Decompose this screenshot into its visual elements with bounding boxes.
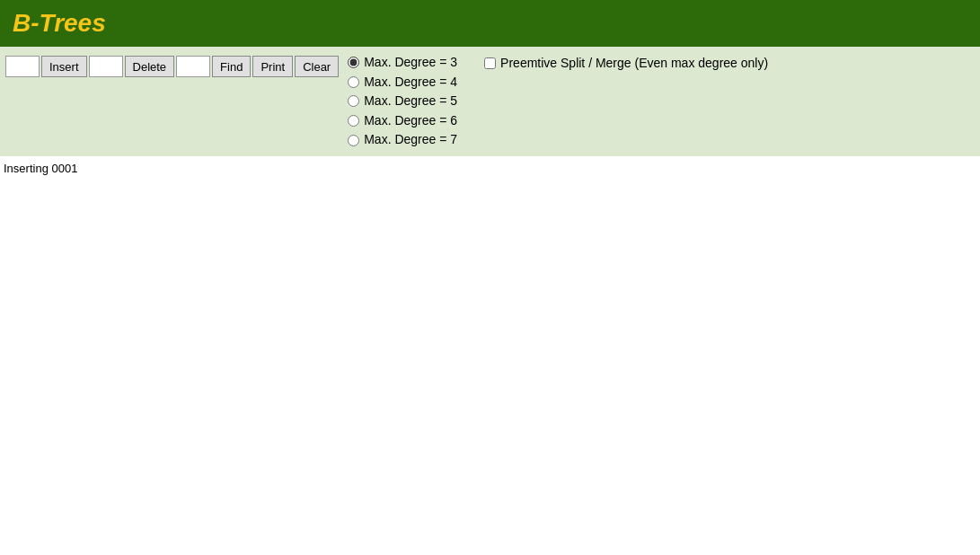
preemtive-checkbox[interactable] [484, 57, 496, 69]
degree-label-5: Max. Degree = 5 [364, 92, 457, 110]
toolbar: Insert Delete Find Print Clear Max. Degr… [0, 47, 980, 156]
delete-input[interactable] [89, 56, 123, 77]
header: B-Trees [0, 0, 980, 47]
degree-option-5[interactable]: Max. Degree = 5 [348, 92, 457, 110]
degree-label-6: Max. Degree = 6 [364, 112, 457, 130]
find-input[interactable] [176, 56, 210, 77]
degree-option-3[interactable]: Max. Degree = 3 [348, 54, 457, 72]
degree-radio-4[interactable] [348, 76, 359, 88]
degree-radio-3[interactable] [348, 57, 359, 68]
degree-label-4: Max. Degree = 4 [364, 74, 457, 92]
delete-button[interactable]: Delete [125, 56, 175, 77]
preemtive-option[interactable]: Preemtive Split / Merge (Even max degree… [484, 54, 768, 70]
page-title: B-Trees [13, 9, 967, 38]
degree-label-3: Max. Degree = 3 [364, 54, 457, 72]
insert-input[interactable] [5, 56, 40, 77]
degree-radio-5[interactable] [348, 95, 359, 107]
toolbar-controls: Insert Delete Find Print Clear [5, 54, 339, 77]
clear-button[interactable]: Clear [295, 56, 339, 77]
find-button[interactable]: Find [212, 56, 251, 77]
degree-radio-7[interactable] [348, 135, 359, 146]
degree-options: Max. Degree = 3 Max. Degree = 4 Max. Deg… [348, 54, 457, 149]
insert-button[interactable]: Insert [41, 56, 87, 77]
degree-option-4[interactable]: Max. Degree = 4 [348, 74, 457, 92]
preemtive-label: Preemtive Split / Merge (Even max degree… [500, 56, 768, 70]
degree-radio-6[interactable] [348, 115, 359, 127]
degree-label-7: Max. Degree = 7 [364, 131, 457, 149]
degree-option-6[interactable]: Max. Degree = 6 [348, 112, 457, 130]
toolbar-options: Max. Degree = 3 Max. Degree = 4 Max. Deg… [348, 54, 768, 149]
status-area: Inserting 0001 [0, 156, 980, 181]
print-button[interactable]: Print [252, 56, 293, 77]
status-message: Inserting 0001 [4, 162, 77, 175]
degree-option-7[interactable]: Max. Degree = 7 [348, 131, 457, 149]
